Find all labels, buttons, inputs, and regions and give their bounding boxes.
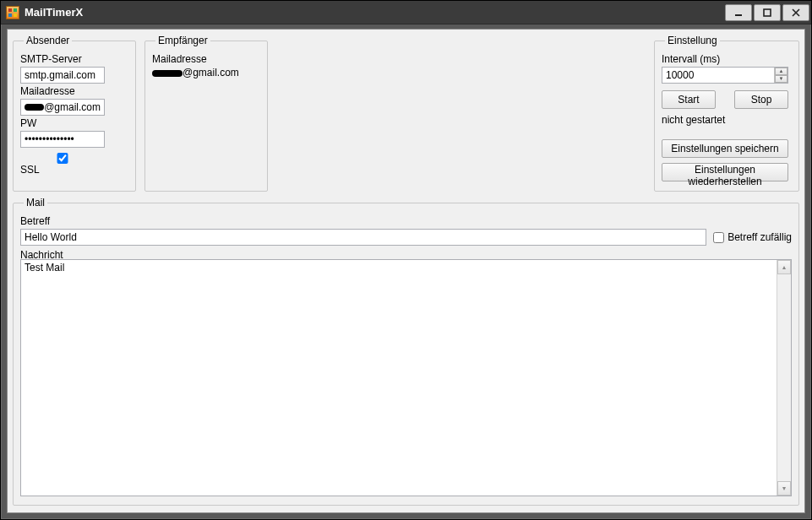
titlebar[interactable]: MailTimerX [1,1,811,24]
window-frame: MailTimerX Absender SMTP-Server Mailadre… [0,0,812,520]
interval-input[interactable] [662,67,788,84]
scroll-up-icon[interactable]: ▴ [777,260,791,274]
betreff-label: Betreff [20,215,792,227]
spinner-up-icon[interactable]: ▲ [775,68,787,75]
groupbox-mail: Mail Betreff Betreff zufällig Nachricht … [13,197,799,506]
start-button[interactable]: Start [662,90,716,109]
sender-mail-redacted [25,104,44,111]
betreff-input[interactable] [20,229,706,246]
window-title: MailTimerX [25,6,83,19]
betreff-random-label: Betreff zufällig [728,231,792,243]
betreff-random-wrap[interactable]: Betreff zufällig [713,231,792,243]
scroll-down-icon[interactable]: ▾ [777,481,791,496]
ssl-checkbox-wrap[interactable]: SSL [20,153,128,176]
groupbox-absender-legend: Absender [24,35,72,46]
stop-button[interactable]: Stop [734,90,788,109]
ssl-checkbox[interactable] [20,153,105,164]
pw-input[interactable] [20,131,105,148]
groupbox-einstellung-legend: Einstellung [665,35,720,46]
nachricht-scrollbar[interactable]: ▴ ▾ [777,260,791,496]
status-text: nicht gestartet [662,114,792,126]
sender-mail-label: Mailadresse [20,85,128,97]
svg-rect-1 [764,9,771,16]
svg-rect-0 [735,14,742,16]
app-icon [6,6,19,19]
groupbox-mail-legend: Mail [24,197,47,209]
groupbox-einstellung: Einstellung Intervall (ms) ▲ ▼ Start Sto… [654,35,799,192]
recipient-mail-label: Mailadresse [152,53,260,65]
groupbox-empfaenger-legend: Empfänger [155,35,210,46]
groupbox-empfaenger: Empfänger Mailadresse @gmail.com [144,35,268,192]
pw-label: PW [20,117,128,129]
nachricht-wrap: ▴ ▾ [20,259,792,496]
window-buttons [723,4,809,21]
smtp-server-input[interactable] [20,67,105,84]
close-button[interactable] [782,4,809,21]
recipient-mail-value: @gmail.com [152,67,260,79]
betreff-random-checkbox[interactable] [713,232,724,243]
restore-settings-button[interactable]: Einstellungen wiederherstellen [662,163,788,181]
spinner-down-icon[interactable]: ▼ [775,75,787,83]
recipient-mail-suffix: @gmail.com [183,67,239,79]
recipient-mail-redacted [152,70,183,77]
groupbox-absender: Absender SMTP-Server Mailadresse @gmail.… [13,35,136,192]
minimize-button[interactable] [725,4,752,21]
sender-mail-suffix: @gmail.com [44,101,101,113]
sender-mail-input[interactable]: @gmail.com [20,99,105,116]
interval-spinner[interactable]: ▲ ▼ [774,68,787,83]
client-area: Absender SMTP-Server Mailadresse @gmail.… [7,29,805,513]
smtp-server-label: SMTP-Server [20,53,128,65]
nachricht-textarea[interactable] [21,260,777,496]
ssl-label: SSL [20,164,40,176]
maximize-button[interactable] [754,4,781,21]
interval-label: Intervall (ms) [662,53,792,65]
save-settings-button[interactable]: Einstellungen speichern [662,139,788,158]
